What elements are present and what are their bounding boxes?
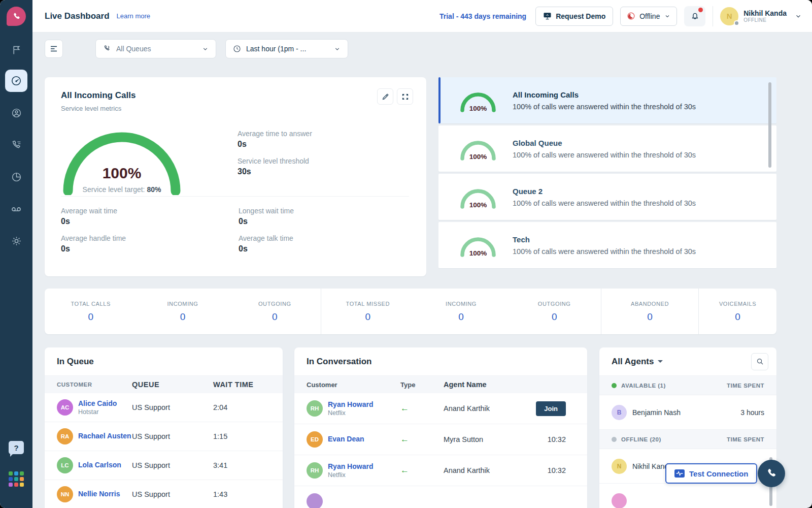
table-row: ED Evan Dean ← Myra Sutton 10:32 [294,424,587,455]
agent-cell: Anand Karthik [444,466,525,474]
card-title: In Queue [45,347,283,376]
avatar: B [612,405,627,420]
bell-icon [690,11,700,21]
app-logo[interactable] [7,7,26,26]
offline-status-icon [627,12,635,20]
test-connection-button[interactable]: Test Connection [665,463,757,484]
sidebar-item-call-metrics[interactable] [0,134,32,156]
sidebar-item-contacts[interactable] [0,102,32,124]
wait-time-cell: 1:15 [213,432,270,440]
queue-summary-row[interactable]: 100% Global Queue 100% of calls were ans… [438,125,776,172]
user-menu[interactable]: N Nikhil Kanda OFFLINE [720,7,802,25]
avatar: RH [307,400,323,417]
search-icon [756,358,764,365]
gear-icon [11,236,22,246]
table-row: RA Rachael Austen US Support 1:15 [45,422,283,451]
gauge-value: 100% [61,165,183,182]
notifications-button[interactable] [684,6,705,26]
divider [713,6,713,26]
queue-summary-row[interactable]: 100% Tech 100% of calls were answered wi… [438,222,776,268]
notification-badge [698,8,703,12]
gauge-target: Service level target: 80% [61,185,183,194]
card-title: All Incoming Calls [61,90,410,101]
customer-company: Netflix [328,471,373,479]
agent-status-dropdown[interactable]: Offline [620,7,677,26]
app-switcher-icon[interactable] [9,471,24,487]
metric-value: 0s [238,140,312,149]
filter-bar: All Queues Last hour (1pm - ... [32,33,812,65]
card-subtitle: Service level metrics [61,105,410,112]
trial-banner[interactable]: Trial - 443 days remaining [439,12,526,20]
agent-cell: Myra Sutton [444,435,525,443]
queue-name: Global Queue [513,139,696,147]
sidebar-item-voicemail[interactable] [0,198,32,220]
customer-link[interactable]: Ryan Howard [328,400,373,409]
phone-logo-icon [12,12,21,21]
agent-row [599,484,776,508]
queue-desc: 100% of calls were answered within the t… [513,103,696,111]
mini-gauge: 100% [459,137,497,161]
customer-link[interactable]: Rachael Austen [78,432,131,441]
user-name: Nikhil Kanda [743,9,787,18]
expand-icon [401,93,409,101]
queues-filter-dropdown[interactable]: All Queues [95,39,216,58]
customer-link[interactable]: Nellie Norris [78,490,120,499]
avatar: NN [57,486,73,502]
learn-more-link[interactable]: Learn more [117,12,150,20]
wait-time-cell: 3:41 [213,461,270,469]
customer-link[interactable]: Ryan Howard [328,462,373,471]
queue-phone-icon [103,45,111,53]
queue-summaries-panel: 100% All Incoming Calls 100% of calls we… [438,77,776,275]
queue-cell: US Support [132,490,213,498]
customer-company: Netflix [328,409,373,417]
sidebar-item-reports[interactable] [0,166,32,188]
pencil-icon [382,93,389,101]
stat-voicemails: VOICEMAILS0 [699,289,776,334]
mini-gauge: 100% [459,89,497,112]
search-agents-button[interactable] [751,353,768,370]
edit-widget-button[interactable] [377,88,393,105]
sidebar-item-getting-started[interactable] [0,39,32,61]
queue-cell: US Support [132,461,213,469]
agents-filter-dropdown[interactable]: All Agents [612,357,663,367]
sidebar-item-settings[interactable] [0,230,32,252]
top-bar: Live Dashboard Learn more Trial - 443 da… [32,0,812,33]
expand-widget-button[interactable] [397,88,413,105]
time-range-dropdown[interactable]: Last hour (1pm - ... [225,39,348,58]
metric: Average handle time 0s [61,234,239,262]
request-demo-button[interactable]: Request Demo [535,7,613,26]
chevron-down-icon [334,46,341,52]
customer-link[interactable]: Lola Carlson [78,461,121,470]
help-button[interactable]: ? [9,441,24,454]
call-duration: 10:32 [525,466,575,474]
queue-summary-row[interactable]: 100% All Incoming Calls 100% of calls we… [438,77,776,123]
page-title: Live Dashboard [45,11,110,21]
join-call-button[interactable]: Join [536,401,566,416]
phone-widget-button[interactable] [758,460,785,487]
user-status-dot [734,20,739,26]
chevron-down-icon [795,13,802,20]
customer-link[interactable]: Alice Caido [78,399,117,408]
incoming-call-arrow-icon: ← [400,403,444,414]
customer-company: Hotstar [78,408,117,416]
menu-toggle-button[interactable] [45,40,63,58]
queue-name: Queue 2 [513,187,696,196]
offline-status-dot [612,437,617,442]
avatar: LC [57,457,73,473]
queue-desc: 100% of calls were answered within the t… [513,151,696,159]
customer-link[interactable]: Evan Dean [328,435,364,444]
service-level-card: All Incoming Calls Service level metrics… [45,77,426,276]
table-row [294,486,587,508]
phone-icon [766,468,777,479]
user-status: OFFLINE [743,17,787,23]
sidebar-item-live-dashboard[interactable] [5,70,27,92]
hamburger-icon [49,44,58,53]
clock-icon [233,45,241,53]
queue-summary-row[interactable]: 100% Queue 2 100% of calls were answered… [438,174,776,220]
queue-cell: US Support [132,432,213,440]
table-row: LC Lola Carlson US Support 3:41 [45,451,283,480]
flag-icon [11,45,22,55]
contact-icon [11,108,22,118]
table-row: NN Nellie Norris US Support 1:43 [45,480,283,508]
scrollbar[interactable] [768,82,771,168]
